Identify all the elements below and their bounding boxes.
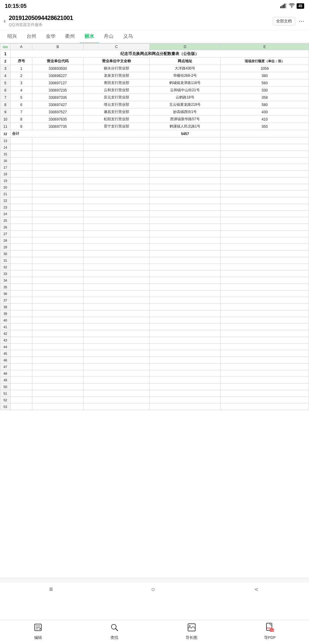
total-row: 12 合计 5457 <box>0 130 309 138</box>
sheet-tabs: 绍兴 台州 金华 衢州 丽水 舟山 义乌 <box>0 30 309 44</box>
col-B-header: B <box>32 44 83 50</box>
back-button[interactable]: ‹ <box>4 17 6 25</box>
empty-row-16: 16 <box>0 157 309 164</box>
header-subtitle: QQ浏览器文件服务 <box>9 22 272 28</box>
col-C-header: C <box>83 44 149 50</box>
wifi-icon <box>289 3 295 9</box>
edit-icon <box>33 623 43 634</box>
empty-row-45: 45 <box>0 350 309 357</box>
tab-jinhua[interactable]: 金华 <box>41 30 60 44</box>
xlsx-label: xlsx <box>0 44 11 50</box>
app-header: ‹ 20191205094428621001 QQ浏览器文件服务 全部文档 ··… <box>0 12 309 30</box>
empty-row-51: 51 <box>0 390 309 397</box>
empty-row-49: 49 <box>0 377 309 383</box>
empty-row-52: 52 <box>0 397 309 403</box>
more-button[interactable]: ··· <box>298 17 305 25</box>
col-E-header: E <box>221 44 309 50</box>
header-title-area: 20191205094428621001 QQ浏览器文件服务 <box>9 15 272 28</box>
empty-row-38: 38 <box>0 304 309 310</box>
tab-yiwu[interactable]: 义乌 <box>118 30 138 44</box>
empty-row-20: 20 <box>0 184 309 191</box>
header-col-B: 营业单位代码 <box>32 58 83 65</box>
find-label: 查找 <box>110 635 118 640</box>
empty-row-50: 50 <box>0 383 309 390</box>
col-A-header: A <box>11 44 32 50</box>
signal-icon <box>280 3 287 9</box>
row-1-num: 1 <box>0 50 11 58</box>
spreadsheet-container[interactable]: xlsx A B C D E 1 纪念币兑换网点和网点分配数量表（公告版） 2 <box>0 44 309 410</box>
empty-row-23: 23 <box>0 204 309 211</box>
export-pdf-icon: PDF PDF <box>265 623 275 634</box>
svg-rect-1 <box>282 5 282 8</box>
tab-shaoxing[interactable]: 绍兴 <box>2 30 22 44</box>
total-amount[interactable]: 5457 <box>149 130 220 138</box>
tab-lishui[interactable]: 丽水 <box>80 30 99 44</box>
empty-row-40: 40 <box>0 317 309 324</box>
main-content: xlsx A B C D E 1 纪念币兑换网点和网点分配数量表（公告版） 2 <box>0 44 309 471</box>
sheet-title: 纪念币兑换网点和网点分配数量表（公告版） <box>11 50 309 58</box>
tab-quzhou[interactable]: 衢州 <box>60 30 80 44</box>
empty-row-25: 25 <box>0 217 309 224</box>
empty-row-39: 39 <box>0 310 309 317</box>
empty-row-32: 32 <box>0 264 309 270</box>
empty-row-31: 31 <box>0 257 309 264</box>
header-row: 2 序号 营业单位代码 营业单位中文全称 网点地址 现场发行额度（单位：张） <box>0 58 309 65</box>
empty-row-30: 30 <box>0 251 309 257</box>
empty-row-35: 35 <box>0 284 309 290</box>
empty-row-21: 21 <box>0 191 309 197</box>
header-col-E: 现场发行额度（单位：张） <box>221 58 309 65</box>
data-row-3: 3 1 330693500 丽水分行营业部 大洋路430号 2059 <box>0 65 309 72</box>
total-label: 合计 <box>11 130 150 138</box>
empty-row-53: 53 <box>0 403 309 410</box>
status-icons: 45 <box>280 3 304 9</box>
tab-zhoushan[interactable]: 舟山 <box>99 30 118 44</box>
system-nav: ≡ ○ ＜ <box>0 582 309 596</box>
empty-row-37: 37 <box>0 297 309 304</box>
svg-rect-14 <box>270 623 272 625</box>
empty-row-46: 46 <box>0 357 309 364</box>
empty-row-44: 44 <box>0 344 309 350</box>
export-pdf-label: 导PDF <box>264 635 276 640</box>
tab-taizhou[interactable]: 台州 <box>22 30 41 44</box>
data-row-7: 7 5 330697335 庆元支行营业部 云鹤路18号 358 <box>0 94 309 101</box>
row-2-num: 2 <box>0 58 11 65</box>
empty-row-26: 26 <box>0 224 309 231</box>
empty-row-43: 43 <box>0 337 309 344</box>
empty-row-34: 34 <box>0 277 309 284</box>
bottom-toolbar: 编辑 查找 导长图 PDF PDF <box>0 620 309 644</box>
edit-button[interactable]: 编辑 <box>33 623 43 640</box>
svg-point-12 <box>189 625 190 626</box>
home-nav-button[interactable]: ○ <box>151 585 155 593</box>
svg-rect-0 <box>280 6 281 8</box>
battery-indicator: 45 <box>297 3 304 9</box>
empty-row-33: 33 <box>0 270 309 277</box>
header-col-C: 营业单位中文全称 <box>83 58 149 65</box>
svg-rect-2 <box>283 5 284 8</box>
empty-row-22: 22 <box>0 197 309 204</box>
empty-row-42: 42 <box>0 330 309 337</box>
all-docs-button[interactable]: 全部文档 <box>273 17 295 25</box>
export-pdf-button[interactable]: PDF PDF 导PDF <box>264 623 276 640</box>
menu-nav-button[interactable]: ≡ <box>49 585 53 593</box>
find-button[interactable]: 查找 <box>110 623 119 640</box>
empty-row-48: 48 <box>0 370 309 377</box>
col-header-row: xlsx A B C D E <box>0 44 309 50</box>
data-row-11: 11 9 330697735 景宁支行营业部 鹤溪镇人民北路1号 350 <box>0 123 309 130</box>
spreadsheet-table: xlsx A B C D E 1 纪念币兑换网点和网点分配数量表（公告版） 2 <box>0 44 309 410</box>
back-nav-button[interactable]: ＜ <box>253 585 260 594</box>
col-D-header: D <box>149 44 220 50</box>
svg-rect-4 <box>286 3 287 8</box>
empty-row-13: 13 <box>0 138 309 144</box>
empty-row-36: 36 <box>0 290 309 297</box>
data-row-5: 5 3 330697127 青田支行营业部 鹤城镇龙津路116号 560 <box>0 79 309 87</box>
long-image-label: 导长图 <box>186 635 197 640</box>
data-row-9: 9 7 330697527 遂昌支行营业部 妙高镇西街1号 430 <box>0 108 309 116</box>
empty-row-41: 41 <box>0 324 309 330</box>
header-col-A: 序号 <box>11 58 32 65</box>
find-icon <box>110 623 119 634</box>
empty-row-14: 14 <box>0 144 309 151</box>
filename-title: 20191205094428621001 <box>9 15 272 21</box>
status-time: 10:15:05 <box>5 3 27 9</box>
empty-row-47: 47 <box>0 364 309 370</box>
long-image-button[interactable]: 导长图 <box>186 623 197 640</box>
